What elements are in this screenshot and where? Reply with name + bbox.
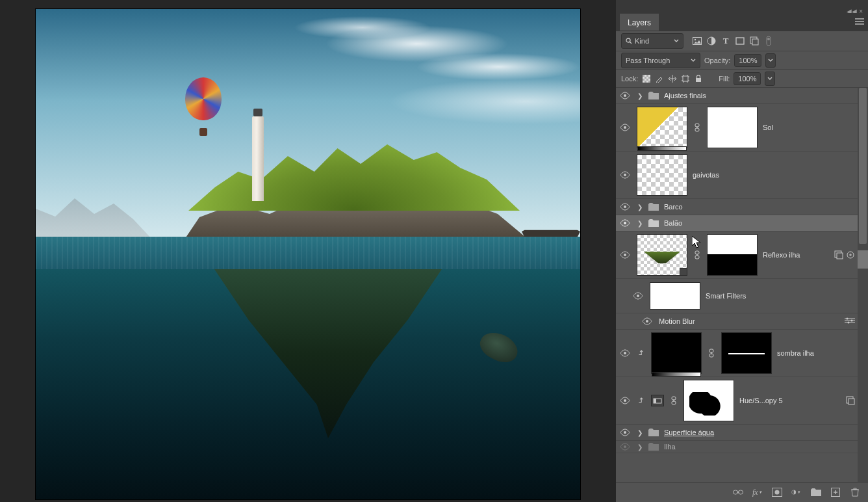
disclosure-icon[interactable]: ❯ bbox=[637, 220, 643, 227]
layer-group-row[interactable]: ❯ Ilha bbox=[616, 441, 868, 453]
lock-artboard-icon[interactable] bbox=[681, 74, 690, 83]
layer-thumbnail[interactable] bbox=[637, 107, 687, 148]
filter-pixel-icon[interactable] bbox=[691, 35, 703, 47]
svg-point-31 bbox=[847, 318, 849, 320]
opacity-slider-button[interactable] bbox=[765, 53, 776, 68]
layer-group-row[interactable]: ❯ Balão bbox=[616, 215, 868, 231]
add-mask-button[interactable] bbox=[772, 487, 782, 497]
layer-row[interactable]: ↵ sombra ilha bbox=[616, 330, 868, 377]
delete-layer-button[interactable] bbox=[850, 487, 860, 497]
filter-shape-icon[interactable] bbox=[734, 35, 746, 47]
link-mask-icon[interactable] bbox=[707, 349, 716, 358]
opacity-input[interactable]: 100% bbox=[734, 54, 761, 67]
layer-group-row[interactable]: ❯ Barco bbox=[616, 199, 868, 215]
filter-toggle-icon[interactable] bbox=[763, 35, 774, 47]
blend-mode-row: Pass Through Opacity: 100% bbox=[616, 51, 868, 70]
svg-rect-39 bbox=[654, 399, 656, 403]
visibility-toggle[interactable] bbox=[616, 425, 634, 440]
layer-thumbnail[interactable] bbox=[651, 332, 702, 374]
filter-smartobject-icon[interactable] bbox=[748, 35, 760, 47]
filter-adjustment-icon[interactable] bbox=[706, 35, 717, 47]
adjustment-icon[interactable] bbox=[651, 395, 664, 406]
new-group-button[interactable] bbox=[811, 487, 821, 497]
layer-name[interactable]: Motion Blur bbox=[659, 317, 695, 325]
visibility-toggle[interactable] bbox=[616, 199, 634, 215]
fill-label: Fill: bbox=[719, 75, 730, 83]
visibility-toggle[interactable] bbox=[616, 231, 634, 278]
fill-input[interactable]: 100% bbox=[734, 72, 761, 85]
layer-name[interactable]: gaivotas bbox=[693, 171, 719, 179]
disclosure-icon[interactable]: ❯ bbox=[637, 92, 643, 99]
disclosure-icon[interactable]: ❯ bbox=[637, 429, 643, 436]
layer-row[interactable]: gaivotas bbox=[616, 152, 868, 199]
link-layers-button[interactable] bbox=[733, 487, 743, 497]
layer-thumbnail[interactable] bbox=[637, 234, 687, 276]
visibility-toggle[interactable] bbox=[616, 330, 634, 376]
layer-name[interactable]: Sol bbox=[763, 124, 773, 131]
mask-thumbnail[interactable] bbox=[683, 380, 734, 421]
svg-point-37 bbox=[624, 399, 626, 402]
fill-slider-button[interactable] bbox=[765, 72, 775, 86]
canvas-area[interactable] bbox=[0, 0, 616, 502]
layer-thumbnail[interactable] bbox=[637, 154, 687, 196]
visibility-toggle[interactable] bbox=[616, 152, 634, 198]
filter-badge-icon[interactable] bbox=[834, 250, 843, 259]
svg-rect-4 bbox=[736, 38, 744, 44]
scrollbar[interactable] bbox=[858, 88, 868, 482]
layer-name[interactable]: Superfície água bbox=[664, 429, 714, 436]
layer-row[interactable]: Reflexo ilha bbox=[616, 231, 868, 279]
layer-name[interactable]: Hue/S...opy 5 bbox=[739, 397, 783, 404]
link-mask-icon[interactable] bbox=[669, 396, 678, 405]
visibility-toggle[interactable] bbox=[616, 104, 634, 151]
layer-name[interactable]: Reflexo ilha bbox=[763, 251, 800, 259]
lock-pixels-icon[interactable] bbox=[655, 74, 664, 83]
layer-name[interactable]: Balão bbox=[664, 219, 682, 227]
mask-thumbnail[interactable] bbox=[707, 234, 758, 276]
svg-point-16 bbox=[624, 94, 626, 97]
link-mask-icon[interactable] bbox=[693, 250, 702, 259]
lock-all-icon[interactable] bbox=[694, 74, 703, 83]
layers-list[interactable]: ❯ Ajustes finais Sol bbox=[616, 88, 868, 482]
adjustment-layer-row[interactable]: ↵ Hue/S...opy 5 bbox=[616, 377, 868, 425]
visibility-toggle[interactable] bbox=[616, 215, 634, 231]
visibility-toggle[interactable] bbox=[616, 313, 656, 329]
tab-layers[interactable]: Layers bbox=[620, 14, 659, 31]
layer-name[interactable]: Ajustes finais bbox=[664, 92, 706, 99]
filter-mask-thumbnail[interactable] bbox=[650, 282, 700, 310]
svg-point-33 bbox=[848, 322, 850, 324]
visibility-toggle[interactable] bbox=[616, 88, 634, 103]
visibility-toggle[interactable] bbox=[616, 441, 634, 453]
visibility-toggle[interactable] bbox=[616, 377, 634, 424]
folder-icon bbox=[648, 443, 659, 451]
layer-name[interactable]: sombra ilha bbox=[777, 349, 814, 357]
filter-type-icon[interactable]: T bbox=[720, 35, 732, 47]
new-layer-button[interactable] bbox=[830, 487, 841, 497]
expand-effects-icon[interactable] bbox=[846, 250, 855, 259]
scrollbar-thumb[interactable] bbox=[859, 88, 867, 244]
lock-position-icon[interactable] bbox=[668, 74, 677, 83]
disclosure-icon[interactable]: ❯ bbox=[637, 443, 643, 451]
blend-mode-select[interactable]: Pass Through bbox=[621, 53, 700, 68]
svg-point-8 bbox=[767, 38, 770, 40]
layer-row[interactable]: Sol bbox=[616, 104, 868, 152]
layer-group-row[interactable]: ❯ Ajustes finais bbox=[616, 88, 868, 104]
mask-thumbnail[interactable] bbox=[721, 332, 772, 374]
layer-style-button[interactable]: fx▾ bbox=[752, 487, 763, 497]
svg-point-44 bbox=[624, 431, 626, 434]
filter-settings-icon[interactable] bbox=[845, 317, 855, 325]
smart-filters-row[interactable]: Smart Filters bbox=[616, 279, 868, 313]
lock-transparency-icon[interactable] bbox=[642, 74, 651, 83]
link-mask-icon[interactable] bbox=[693, 123, 702, 132]
svg-point-20 bbox=[624, 174, 626, 176]
layer-name[interactable]: Smart Filters bbox=[706, 292, 746, 300]
disclosure-icon[interactable]: ❯ bbox=[637, 204, 643, 211]
filter-row[interactable]: Motion Blur bbox=[616, 313, 868, 330]
panel-menu-icon[interactable] bbox=[855, 18, 864, 26]
mask-thumbnail[interactable] bbox=[707, 107, 758, 148]
filter-kind-select[interactable]: Kind bbox=[621, 33, 683, 49]
add-adjustment-button[interactable]: ▾ bbox=[791, 487, 802, 497]
visibility-toggle[interactable] bbox=[616, 279, 647, 313]
layer-name[interactable]: Barco bbox=[664, 203, 683, 211]
layer-group-row[interactable]: ❯ Superfície água bbox=[616, 425, 868, 441]
layer-name[interactable]: Ilha bbox=[664, 443, 676, 451]
